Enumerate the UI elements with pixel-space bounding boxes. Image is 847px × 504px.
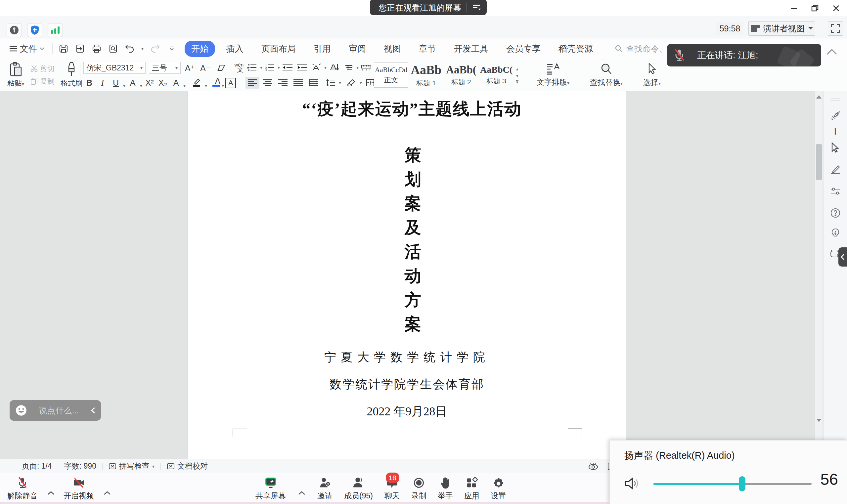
apps-button[interactable]: 应用 xyxy=(464,473,479,501)
style-heading2[interactable]: AaBb( 标题 2 xyxy=(444,62,478,88)
restore-icon[interactable] xyxy=(810,3,820,13)
collapse-side-strip-tab[interactable] xyxy=(839,247,847,267)
print-icon[interactable] xyxy=(92,44,102,54)
tab-member[interactable]: 会员专享 xyxy=(499,41,547,57)
proofread-toggle[interactable]: 文档校对 xyxy=(167,461,208,471)
align-right-icon[interactable] xyxy=(276,77,290,89)
collapse-speaker-panel-icon[interactable] xyxy=(826,48,838,56)
style-normal[interactable]: AaBbCcDd 正文 xyxy=(374,62,408,88)
print-preview-icon[interactable] xyxy=(108,44,118,54)
tab-page-layout[interactable]: 页面布局 xyxy=(255,41,302,57)
distribute-icon[interactable] xyxy=(306,77,320,89)
export-icon[interactable] xyxy=(75,44,85,54)
document-page[interactable]: “‘疫’起来运动”主题线上活动 策 划 案 及 活 动 方 案 宁夏大学数学统计… xyxy=(188,91,626,459)
tab-review[interactable]: 审阅 xyxy=(342,41,373,57)
spellcheck-toggle[interactable]: 拼写检查▾ xyxy=(108,461,155,471)
font-family-select[interactable]: 仿宋_GB2312▾ xyxy=(83,62,145,74)
phonetic-guide-icon[interactable] xyxy=(310,61,323,73)
shading-icon[interactable] xyxy=(345,77,358,89)
video-options-chevron-icon[interactable] xyxy=(103,491,111,496)
settings-button[interactable]: 设置 xyxy=(491,473,506,501)
bullet-list-icon[interactable] xyxy=(246,61,259,73)
strikethrough-button[interactable]: A xyxy=(127,76,139,88)
text-layout-button[interactable]: 文字排版▾ xyxy=(532,63,574,87)
shrink-font-button[interactable]: A⁻ xyxy=(199,62,211,74)
redo-icon[interactable] xyxy=(150,44,160,54)
styles-more-icon[interactable]: ▾ xyxy=(516,80,518,84)
volume-slider-handle[interactable] xyxy=(739,476,745,491)
font-color-button[interactable]: A xyxy=(209,76,220,88)
bold-button[interactable]: B xyxy=(83,76,95,88)
tab-ruler-icon[interactable] xyxy=(359,61,373,73)
italic-button[interactable]: I xyxy=(96,76,108,88)
start-video-button[interactable]: 开启视频 xyxy=(64,473,94,501)
reading-eye-icon[interactable] xyxy=(588,462,599,471)
members-button[interactable]: 成员(95) xyxy=(344,473,373,501)
cut-button[interactable]: 剪切 xyxy=(30,63,55,74)
tab-insert[interactable]: 插入 xyxy=(220,41,250,57)
copy-button[interactable]: 复制 xyxy=(30,76,55,87)
styles-scroll-down-icon[interactable]: ▾ xyxy=(516,73,518,78)
minimize-icon[interactable] xyxy=(789,3,799,13)
network-signal-button[interactable] xyxy=(48,23,63,37)
undo-icon[interactable] xyxy=(125,44,135,54)
underline-button[interactable]: U xyxy=(110,76,122,88)
grow-font-button[interactable]: A⁺ xyxy=(184,62,196,74)
text-cursor-icon[interactable]: I xyxy=(829,126,841,138)
view-mode-button[interactable]: 演讲者视图 xyxy=(748,21,815,36)
style-heading3[interactable]: AaBbC( 标题 3 xyxy=(479,62,513,88)
file-menu-button[interactable]: 文件 xyxy=(0,43,50,55)
scroll-down-icon[interactable] xyxy=(816,419,822,422)
chat-button[interactable]: 聊天 18 xyxy=(384,473,400,501)
share-screen-button[interactable]: 共享屏幕 xyxy=(255,473,286,501)
share-options-chevron-icon[interactable] xyxy=(298,491,306,496)
meeting-info-button[interactable] xyxy=(6,23,22,37)
vertical-scrollbar[interactable] xyxy=(815,91,823,459)
idea-bulb-icon[interactable] xyxy=(829,228,841,239)
quick-chat-bubble[interactable]: 说点什么... xyxy=(10,400,101,421)
decrease-indent-icon[interactable] xyxy=(281,61,295,73)
emoji-icon[interactable] xyxy=(15,404,28,417)
customize-quickbar-icon[interactable] xyxy=(167,44,177,54)
volume-slider[interactable] xyxy=(653,483,812,485)
quick-start-rocket-icon[interactable] xyxy=(829,110,841,122)
styles-scroll-up-icon[interactable]: ▴ xyxy=(516,67,518,71)
pointer-icon[interactable] xyxy=(829,142,841,154)
raise-hand-button[interactable]: 举手 xyxy=(438,473,453,501)
tab-view[interactable]: 视图 xyxy=(377,41,408,57)
subscript-button[interactable]: X₂ xyxy=(157,76,169,88)
record-button[interactable]: 录制 xyxy=(411,473,426,501)
adjust-sliders-icon[interactable] xyxy=(829,185,841,197)
superscript-button[interactable]: X² xyxy=(144,76,156,88)
format-painter-button[interactable]: 格式刷 xyxy=(58,62,85,88)
paste-button[interactable]: 粘贴▾ xyxy=(5,62,27,88)
wrap-icon[interactable] xyxy=(342,61,356,73)
tab-docer[interactable]: 稻壳资源 xyxy=(552,41,600,57)
tab-sections[interactable]: 章节 xyxy=(412,41,443,57)
save-icon[interactable] xyxy=(58,44,69,54)
find-replace-button[interactable]: 查找替换▾ xyxy=(585,63,627,88)
highlight-icon[interactable] xyxy=(190,76,204,88)
fullscreen-button[interactable] xyxy=(828,21,843,36)
line-spacing-icon[interactable] xyxy=(323,77,337,89)
justify-icon[interactable] xyxy=(291,77,305,89)
char-border-button[interactable]: A xyxy=(225,78,236,88)
undo-dropdown-icon[interactable]: ▾ xyxy=(141,46,144,51)
align-center-icon[interactable] xyxy=(261,77,275,89)
select-button[interactable]: 选择▾ xyxy=(638,63,665,88)
banner-menu-icon[interactable] xyxy=(472,4,481,11)
text-effects-button[interactable]: A xyxy=(170,76,182,88)
drag-handle[interactable] xyxy=(830,98,841,101)
align-left-icon[interactable] xyxy=(246,77,259,89)
pen-icon[interactable] xyxy=(829,163,841,175)
collapse-chat-icon[interactable] xyxy=(90,407,95,414)
mic-options-chevron-icon[interactable] xyxy=(47,491,55,496)
chat-input-placeholder[interactable]: 说点什么... xyxy=(38,405,80,416)
invite-button[interactable]: 邀请 xyxy=(317,473,333,501)
close-icon[interactable] xyxy=(831,3,841,13)
help-icon[interactable] xyxy=(829,207,841,219)
scroll-up-icon[interactable] xyxy=(816,95,822,98)
unmute-button[interactable]: 解除静音 xyxy=(7,473,38,501)
tab-references[interactable]: 引用 xyxy=(307,41,337,57)
font-size-select[interactable]: 三号▾ xyxy=(149,62,181,74)
